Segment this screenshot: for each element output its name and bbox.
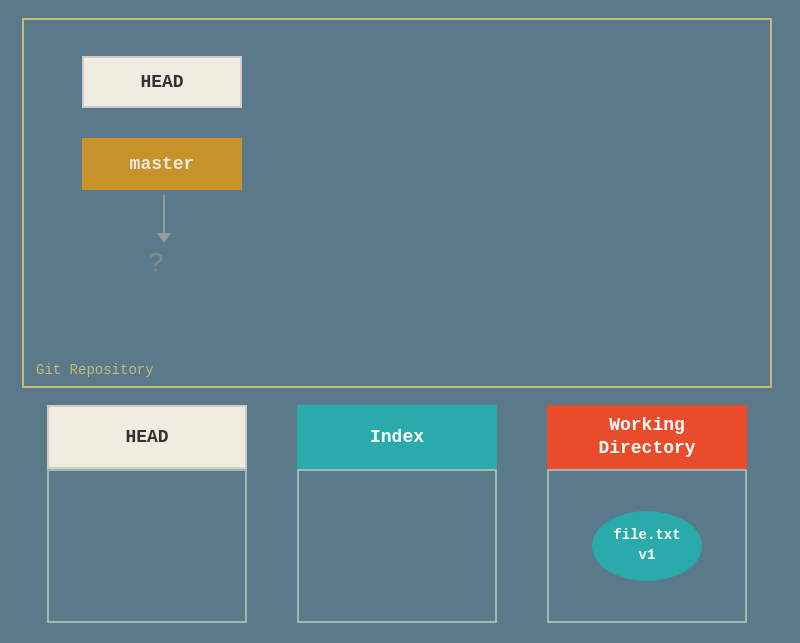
git-repo-label: Git Repository xyxy=(36,362,154,378)
arrow-line xyxy=(163,195,165,233)
bottom-working-label: WorkingDirectory xyxy=(547,405,747,469)
bottom-row: HEAD Index WorkingDirectory file.txtv1 xyxy=(22,405,772,623)
file-pill: file.txtv1 xyxy=(592,511,702,581)
head-label-repo: HEAD xyxy=(140,72,183,92)
master-arrow xyxy=(157,195,171,243)
head-box-repo: HEAD xyxy=(82,56,242,108)
bottom-head-container xyxy=(47,469,247,623)
bottom-working-label-text: WorkingDirectory xyxy=(598,414,695,461)
git-repo-box: HEAD master ? Git Repository xyxy=(22,18,772,388)
bottom-head-label: HEAD xyxy=(47,405,247,469)
bottom-index-section: Index xyxy=(272,405,522,623)
bottom-index-container xyxy=(297,469,497,623)
bottom-working-section: WorkingDirectory file.txtv1 xyxy=(522,405,772,623)
file-pill-text: file.txtv1 xyxy=(613,526,680,565)
master-box: master xyxy=(82,138,242,190)
master-label: master xyxy=(130,154,195,174)
bottom-index-label-text: Index xyxy=(370,427,424,447)
bottom-head-section: HEAD xyxy=(22,405,272,623)
question-mark: ? xyxy=(148,248,165,279)
arrow-head xyxy=(157,233,171,243)
bottom-index-label: Index xyxy=(297,405,497,469)
bottom-head-label-text: HEAD xyxy=(125,427,168,447)
bottom-working-container: file.txtv1 xyxy=(547,469,747,623)
